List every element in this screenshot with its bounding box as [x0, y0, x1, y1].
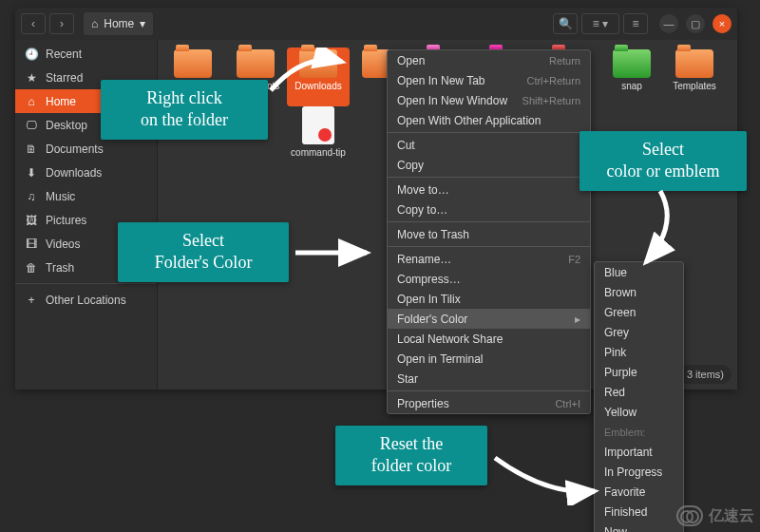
- watermark: 亿速云: [676, 505, 754, 526]
- menu-item-move-to-[interactable]: Move to…: [388, 180, 590, 200]
- menu-item-label: Copy: [397, 159, 424, 172]
- menu-item-copy-to-[interactable]: Copy to…: [388, 200, 590, 219]
- menu-item-label: Yellow: [604, 406, 636, 419]
- sidebar-item-label: Starred: [46, 71, 83, 85]
- menu-item-red[interactable]: Red: [595, 382, 683, 402]
- menu-item-label: Blue: [604, 266, 627, 279]
- menu-item-label: Properties: [397, 397, 449, 410]
- menu-item-copy[interactable]: Copy: [388, 155, 590, 175]
- callout-right-click: Right clickon the folder: [101, 80, 268, 140]
- callout-select-color-emblem: Selectcolor or emblem: [580, 131, 747, 191]
- sidebar-item-recent[interactable]: 🕘Recent: [15, 42, 157, 66]
- sidebar-item-documents[interactable]: 🗎Documents: [15, 137, 157, 161]
- menu-item-open-in-new-window[interactable]: Open In New WindowShift+Return: [388, 90, 590, 110]
- menu-item-label: Purple: [604, 366, 637, 379]
- folder-icon: [675, 49, 713, 78]
- menu-item-label: Local Network Share: [397, 332, 503, 346]
- sidebar-icon: ★: [25, 71, 38, 85]
- menu-item-label: Open With Other Application: [397, 114, 541, 127]
- menu-item-label: Copy to…: [397, 203, 447, 217]
- window-close-button[interactable]: ×: [712, 14, 732, 33]
- menu-item-blue[interactable]: Blue: [595, 262, 683, 282]
- menu-item-purple[interactable]: Purple: [595, 362, 683, 382]
- menu-item-open-in-tilix[interactable]: Open In Tilix: [388, 289, 590, 309]
- sidebar-item-label: Videos: [46, 238, 80, 251]
- menu-item-accel: F2: [568, 254, 580, 265]
- menu-item-label: Important: [604, 446, 653, 459]
- menu-item-label: Open in Terminal: [397, 352, 484, 366]
- window-minimize-button[interactable]: —: [659, 14, 678, 33]
- menu-item-green[interactable]: Green: [595, 302, 683, 322]
- menu-item-compress-[interactable]: Compress…: [388, 269, 590, 289]
- menu-item-brown[interactable]: Brown: [595, 282, 683, 302]
- nav-forward-button[interactable]: ›: [49, 13, 74, 34]
- file-label: command-tip: [291, 147, 346, 158]
- menu-item-yellow[interactable]: Yellow: [595, 402, 683, 422]
- menu-item-finished[interactable]: Finished: [595, 502, 683, 522]
- menu-item-properties[interactable]: PropertiesCtrl+I: [388, 393, 590, 413]
- folder-Templates[interactable]: Templates: [663, 48, 726, 106]
- menu-item-label: Star: [397, 372, 418, 386]
- menu-item-new[interactable]: New: [595, 522, 683, 532]
- folder-Downloads[interactable]: Downloads: [287, 48, 350, 106]
- sidebar-item-downloads[interactable]: ⬇Downloads: [15, 161, 157, 184]
- context-menu: OpenReturnOpen In New TabCtrl+ReturnOpen…: [387, 49, 591, 414]
- menu-item-label: Cut: [397, 139, 415, 152]
- menu-item-pink[interactable]: Pink: [595, 342, 683, 362]
- folder-label: Downloads: [292, 81, 344, 91]
- sidebar-icon: 🖵: [25, 119, 38, 132]
- search-button[interactable]: 🔍: [553, 13, 578, 34]
- sidebar-item-label: Documents: [46, 142, 104, 156]
- menu-item-open-in-terminal[interactable]: Open in Terminal: [388, 349, 590, 369]
- sidebar-item-label: Pictures: [46, 214, 86, 227]
- folder-label: Templates: [673, 81, 716, 91]
- menu-item-move-to-trash[interactable]: Move to Trash: [388, 224, 590, 244]
- hamburger-menu-button[interactable]: ≡: [623, 13, 648, 34]
- sidebar-icon: ⌂: [25, 95, 38, 108]
- menu-item-open-with-other-application[interactable]: Open With Other Application: [388, 110, 590, 130]
- sidebar-icon: ♫: [25, 190, 38, 203]
- menu-item-label: Green: [604, 306, 636, 319]
- nav-back-button[interactable]: ‹: [21, 13, 46, 34]
- menu-item-open-in-new-tab[interactable]: Open In New TabCtrl+Return: [388, 70, 590, 90]
- menu-item-folder-s-color[interactable]: Folder's Color▸: [388, 309, 590, 329]
- menu-item-label: New: [604, 525, 627, 533]
- folder-color-submenu: BlueBrownGreenGreyPinkPurpleRedYellowEmb…: [594, 261, 684, 532]
- path-bar[interactable]: ⌂ Home ▾: [84, 12, 153, 35]
- menu-item-cut[interactable]: Cut: [388, 135, 590, 155]
- sidebar-item-label: Recent: [46, 48, 82, 61]
- menu-item-grey[interactable]: Grey: [595, 322, 683, 342]
- menu-item-favorite[interactable]: Favorite: [595, 482, 683, 502]
- sidebar-icon: ⬇: [25, 166, 38, 180]
- menu-item-label: Compress…: [397, 273, 461, 286]
- menu-item-in-progress[interactable]: In Progress: [595, 462, 683, 482]
- callout-reset: Reset thefolder color: [335, 426, 487, 485]
- menu-item-local-network-share[interactable]: Local Network Share: [388, 329, 590, 349]
- folder-icon: [174, 49, 212, 78]
- sidebar-item-music[interactable]: ♫Music: [15, 184, 157, 208]
- menu-item-label: Pink: [604, 346, 626, 359]
- menu-item-accel: Return: [549, 55, 580, 66]
- view-toggle-button[interactable]: ≡ ▾: [581, 13, 619, 34]
- sidebar-icon: 🗎: [25, 142, 38, 156]
- window-maximize-button[interactable]: ▢: [686, 14, 705, 33]
- file-command-tip[interactable]: command-tip: [287, 106, 350, 165]
- menu-item-important[interactable]: Important: [595, 442, 683, 462]
- sidebar-other-locations[interactable]: +Other Locations: [15, 288, 157, 312]
- menu-item-rename-[interactable]: Rename…F2: [388, 249, 590, 269]
- sidebar-icon: 🕘: [25, 48, 38, 61]
- menu-item-star[interactable]: Star: [388, 369, 590, 389]
- menu-item-label: Emblem:: [604, 427, 645, 438]
- menu-item-label: Red: [604, 386, 625, 399]
- folder-icon: [299, 49, 337, 78]
- folder-label: snap: [621, 81, 642, 91]
- folder-icon: [237, 49, 275, 78]
- watermark-text: 亿速云: [709, 506, 754, 526]
- menu-item-open[interactable]: OpenReturn: [388, 50, 590, 70]
- menu-item-label: Open: [397, 54, 425, 67]
- folder-snap[interactable]: snap: [600, 48, 663, 106]
- menu-item-label: In Progress: [604, 466, 662, 479]
- menu-item-label: Rename…: [397, 253, 451, 266]
- callout-select-folders-color: SelectFolder's Color: [118, 222, 289, 282]
- sidebar-item-label: Trash: [46, 261, 74, 275]
